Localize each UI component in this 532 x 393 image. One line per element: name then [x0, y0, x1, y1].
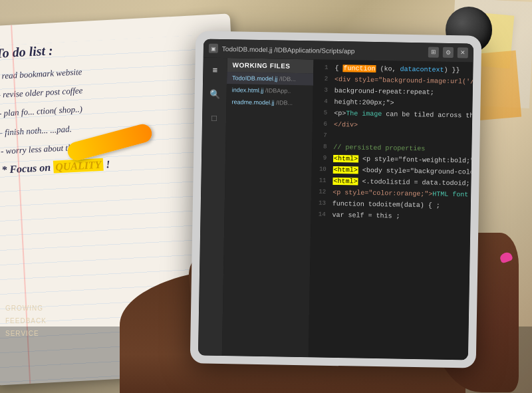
code-area: 1 { function (ko, datacontext) }} 2 <div…	[309, 59, 473, 360]
tablet-screen: ▣ TodoIDB.model.jj /IDBApplication/Scrip…	[198, 39, 473, 360]
line-num-9: 9	[312, 152, 327, 164]
ide-ctrl-grid[interactable]: ⊞	[428, 47, 439, 57]
sidebar-icon-explorer[interactable]: □	[207, 111, 221, 124]
filepanel-header: WORKING FILES	[227, 58, 313, 73]
ide-ctrl-settings[interactable]: ⚙	[443, 47, 454, 58]
line-num-4: 4	[313, 96, 327, 107]
line-num-6: 6	[313, 118, 327, 130]
file-name-2: index.html.jj	[232, 86, 264, 94]
file-item-3[interactable]: readme.model.jj /IDB...	[226, 96, 313, 109]
file-path-1: /IDB...	[279, 75, 296, 82]
code-line-14: 14 var self = this ;	[311, 209, 470, 223]
file-path-2: /IDBApp..	[265, 87, 291, 94]
ide-body: ≡ 🔍 □ WORKING FILES TodoIDB.model.jj /ID…	[198, 57, 473, 360]
line-num-7: 7	[313, 130, 327, 141]
file-item-1[interactable]: TodoIDB.model.jj /IDB...	[227, 72, 313, 85]
line-content-14: var self = this ;	[332, 209, 470, 223]
ide-file-panel: WORKING FILES TodoIDB.model.jj /IDB... i…	[222, 58, 314, 357]
left-label-service: SERVICE	[5, 327, 47, 340]
line-num-14: 14	[311, 209, 325, 220]
ide-titlebar-controls: ⊞ ⚙ ✕	[428, 47, 468, 58]
tablet: ▣ TodoIDB.model.jj /IDBApplication/Scrip…	[190, 31, 482, 368]
line-num-1: 1	[313, 62, 328, 73]
file-item-2[interactable]: index.html.jj /IDBApp..	[227, 84, 313, 97]
line-num-8: 8	[312, 141, 327, 152]
line-num-2: 2	[313, 73, 328, 84]
left-label-growing: GROWING	[5, 302, 47, 315]
line-num-11: 11	[311, 175, 326, 186]
ide-editor: 1 { function (ko, datacontext) }} 2 <div…	[309, 59, 473, 360]
file-name-1: TodoIDB.model.jj	[232, 74, 277, 82]
line-num-10: 10	[312, 164, 327, 175]
nail-right	[499, 251, 513, 263]
ide-titlebar-text: TodoIDB.model.jj /IDBApplication/Scripts…	[222, 45, 424, 55]
line-num-3: 3	[313, 84, 328, 96]
sidebar-icon-search[interactable]: 🔍	[208, 87, 221, 100]
line-num-12: 12	[311, 186, 326, 197]
line-num-13: 13	[311, 197, 326, 209]
ide-file-icon: ▣	[209, 44, 218, 53]
ide-ctrl-close[interactable]: ✕	[458, 47, 468, 58]
file-path-3: /IDB...	[276, 99, 293, 106]
file-name-3: readme.model.jj	[231, 98, 274, 106]
left-labels: GROWING FEEDBACK SERVICE	[5, 302, 47, 340]
left-label-feedback: FEEDBACK	[5, 315, 47, 327]
line-num-5: 5	[313, 107, 327, 118]
sidebar-icon-files[interactable]: ≡	[208, 63, 221, 76]
